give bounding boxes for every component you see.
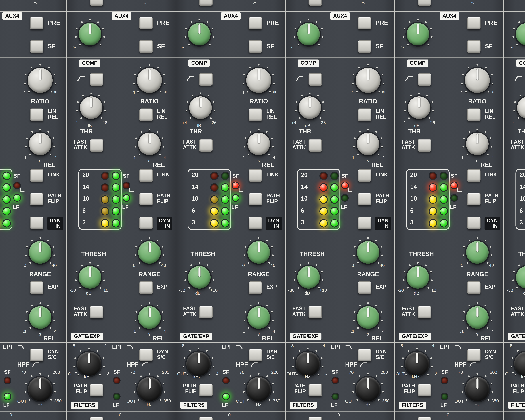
dyn-in-button[interactable]	[467, 217, 480, 229]
comp-fast-attack-button[interactable]	[199, 139, 213, 151]
aux4-level-knob[interactable]	[297, 23, 320, 45]
gate-release-knob[interactable]	[466, 306, 488, 329]
comp-knee-button[interactable]	[309, 73, 322, 86]
exp-button[interactable]	[358, 281, 371, 294]
comp-release-knob[interactable]	[138, 133, 161, 155]
comp-knee-button[interactable]	[199, 73, 213, 86]
link-button[interactable]	[467, 169, 480, 182]
comp-release-knob[interactable]	[357, 133, 379, 155]
comp-knee-button[interactable]	[418, 73, 431, 86]
dyn-in-button[interactable]	[358, 217, 371, 229]
dyn-sc-button[interactable]	[140, 349, 153, 361]
gate-threshold-knob[interactable]	[516, 266, 525, 289]
gate-release-knob[interactable]	[29, 306, 51, 329]
aux-button-partial[interactable]	[199, 0, 213, 6]
gate-threshold-knob[interactable]	[188, 266, 211, 289]
aux4-level-knob[interactable]	[516, 23, 525, 45]
comp-release-knob[interactable]	[466, 133, 488, 155]
lpf-knob[interactable]	[405, 352, 429, 376]
comp-threshold-knob[interactable]	[517, 96, 525, 119]
dyn-sc-button[interactable]	[358, 349, 371, 361]
range-knob[interactable]	[247, 241, 270, 264]
gate-threshold-knob[interactable]	[297, 266, 320, 289]
ratio-knob[interactable]	[465, 68, 490, 93]
gate-fast-attack-button[interactable]	[418, 306, 431, 318]
dyn-sc-button[interactable]	[249, 349, 262, 361]
range-knob[interactable]	[29, 241, 51, 264]
hpf-knob[interactable]	[247, 377, 271, 401]
ratio-knob[interactable]	[356, 68, 380, 93]
lpf-knob[interactable]	[296, 352, 320, 376]
comp-threshold-knob[interactable]	[299, 96, 321, 119]
comp-path-flip-button[interactable]	[467, 193, 480, 205]
comp-fast-attack-button[interactable]	[90, 139, 103, 151]
gate-release-knob[interactable]	[247, 306, 270, 329]
sf-button[interactable]	[30, 40, 43, 53]
lpf-knob[interactable]	[514, 352, 525, 376]
bottom-button-partial[interactable]	[199, 417, 213, 420]
filters-path-flip-button[interactable]	[90, 384, 103, 396]
dyn-in-button[interactable]	[249, 217, 262, 229]
comp-release-knob[interactable]	[247, 133, 270, 155]
filters-path-flip-button[interactable]	[418, 384, 431, 396]
sf-button[interactable]	[358, 40, 371, 53]
exp-button[interactable]	[249, 281, 262, 294]
comp-threshold-knob[interactable]	[189, 96, 212, 119]
comp-path-flip-button[interactable]	[358, 193, 371, 205]
exp-button[interactable]	[30, 281, 43, 294]
lpf-knob[interactable]	[77, 352, 101, 376]
comp-release-knob[interactable]	[29, 133, 51, 155]
dyn-in-button[interactable]	[140, 217, 153, 229]
gate-threshold-knob[interactable]	[79, 266, 101, 289]
aux-button-partial[interactable]	[90, 0, 103, 6]
sf-button[interactable]	[140, 40, 153, 53]
lin-rel-button[interactable]	[249, 109, 262, 121]
pre-button[interactable]	[30, 17, 43, 29]
filters-path-flip-button[interactable]	[309, 384, 322, 396]
gate-fast-attack-button[interactable]	[90, 306, 103, 318]
hpf-knob[interactable]	[465, 377, 489, 401]
link-button[interactable]	[140, 169, 153, 182]
bottom-button-partial[interactable]	[309, 417, 322, 420]
hpf-knob[interactable]	[356, 377, 380, 401]
dyn-sc-button[interactable]	[467, 349, 480, 361]
gate-fast-attack-button[interactable]	[199, 306, 213, 318]
gate-fast-attack-button[interactable]	[309, 306, 322, 318]
aux-button-partial[interactable]	[309, 0, 322, 6]
gate-release-knob[interactable]	[357, 306, 379, 329]
range-knob[interactable]	[357, 241, 379, 264]
aux4-level-knob[interactable]	[407, 23, 429, 45]
pre-button[interactable]	[249, 17, 262, 29]
lin-rel-button[interactable]	[467, 109, 480, 121]
range-knob[interactable]	[466, 241, 488, 264]
aux-button-partial[interactable]	[418, 0, 431, 6]
aux4-level-knob[interactable]	[188, 23, 211, 45]
comp-path-flip-button[interactable]	[30, 193, 43, 205]
hpf-knob[interactable]	[28, 377, 52, 401]
exp-button[interactable]	[140, 281, 153, 294]
sf-button[interactable]	[467, 40, 480, 53]
exp-button[interactable]	[467, 281, 480, 294]
comp-fast-attack-button[interactable]	[418, 139, 431, 151]
comp-fast-attack-button[interactable]	[309, 139, 322, 151]
lin-rel-button[interactable]	[358, 109, 371, 121]
link-button[interactable]	[358, 169, 371, 182]
hpf-knob[interactable]	[137, 377, 162, 401]
sf-button[interactable]	[249, 40, 262, 53]
ratio-knob[interactable]	[246, 68, 271, 93]
dyn-in-button[interactable]	[30, 217, 43, 229]
comp-knee-button[interactable]	[90, 73, 103, 86]
link-button[interactable]	[249, 169, 262, 182]
ratio-knob[interactable]	[137, 68, 162, 93]
link-button[interactable]	[30, 169, 43, 182]
ratio-knob[interactable]	[28, 68, 53, 93]
aux4-level-knob[interactable]	[79, 23, 101, 45]
comp-path-flip-button[interactable]	[140, 193, 153, 205]
pre-button[interactable]	[358, 17, 371, 29]
gate-threshold-knob[interactable]	[407, 266, 429, 289]
pre-button[interactable]	[140, 17, 153, 29]
bottom-button-partial[interactable]	[90, 417, 103, 420]
dyn-sc-button[interactable]	[30, 349, 43, 361]
range-knob[interactable]	[138, 241, 161, 264]
comp-threshold-knob[interactable]	[80, 96, 102, 119]
